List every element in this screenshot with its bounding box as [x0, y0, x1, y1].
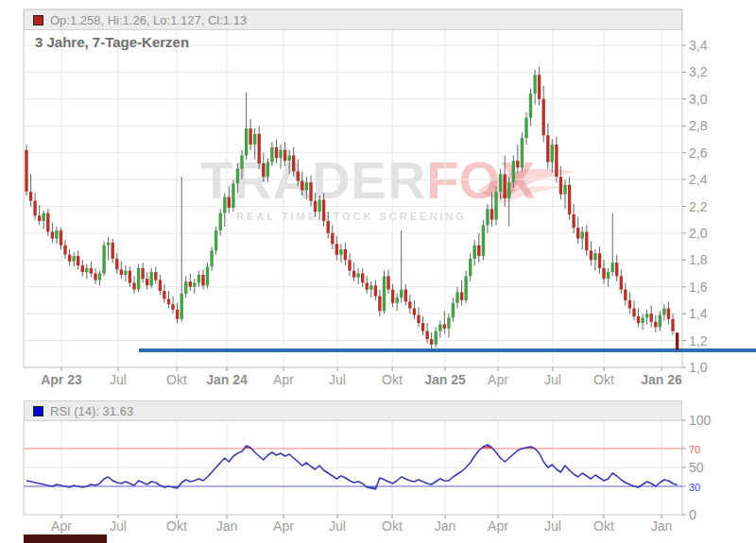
candle [524, 118, 527, 138]
candle [521, 138, 524, 167]
ohlc-legend-bar: Op:1.258, Hi:1.26, Lo:1.127, Cl:1.13 [24, 9, 682, 30]
candle [443, 325, 446, 329]
candle [180, 294, 183, 319]
x-tick-label: Jul [544, 372, 561, 387]
candle [176, 310, 179, 319]
rsi-x-tick-label: Okt [382, 518, 403, 534]
candle [551, 144, 554, 162]
x-tick-label: Okt [166, 372, 187, 387]
rsi-y-tick-label: 30 [689, 482, 700, 493]
candle [378, 297, 381, 312]
candle [327, 221, 330, 233]
candle [628, 300, 631, 309]
candle [33, 201, 36, 216]
candle [408, 301, 411, 308]
candle [482, 225, 485, 256]
candle [163, 291, 165, 299]
candle [228, 197, 231, 208]
candle [25, 150, 27, 192]
candle [129, 271, 131, 283]
candle [659, 315, 662, 328]
x-tick-label: Okt [593, 372, 614, 387]
rsi-y-tick-label: 100 [689, 413, 712, 428]
candle [102, 246, 105, 274]
candle [593, 253, 596, 260]
price-rsi-chart-canvas[interactable]: 3,43,23,02,82,62,42,22,01,81,61,41,21,0A… [0, 0, 756, 543]
candle [417, 315, 420, 324]
candle [455, 292, 458, 302]
candle [615, 263, 618, 276]
candle [275, 147, 278, 158]
candle [581, 232, 584, 239]
candle [253, 134, 256, 144]
x-tick-label: Okt [382, 372, 403, 387]
candle [460, 292, 463, 300]
candle [430, 339, 433, 345]
candle [219, 213, 222, 231]
candle [223, 197, 226, 213]
candle [374, 285, 377, 296]
candle [676, 332, 679, 349]
candle [81, 265, 84, 272]
candle [184, 281, 187, 294]
candle [512, 161, 515, 182]
candle [90, 268, 93, 274]
candle [425, 331, 428, 340]
candle [124, 271, 127, 275]
candle [447, 317, 450, 328]
candle [585, 232, 588, 251]
candle [611, 263, 614, 272]
rsi-x-tick-label: Jul [110, 518, 127, 534]
candle [249, 128, 251, 144]
candle [46, 213, 49, 232]
candle [154, 272, 157, 280]
candle [504, 174, 507, 198]
candle [193, 283, 196, 287]
candle [542, 99, 545, 135]
candle [464, 276, 467, 300]
candle [51, 232, 54, 239]
y-tick-label: 3,4 [689, 38, 708, 53]
candle [344, 249, 347, 260]
candle [348, 260, 351, 270]
traderfox-logo [24, 535, 107, 543]
candle [667, 309, 670, 319]
candle [516, 161, 519, 167]
candle [301, 181, 303, 191]
candle [284, 150, 286, 161]
candle [356, 274, 359, 278]
candle [98, 274, 101, 280]
candle [662, 309, 665, 315]
x-tick-label: Jul [110, 372, 127, 387]
candle [400, 290, 403, 298]
candlestick-series-icon [33, 15, 43, 25]
candle [240, 156, 243, 169]
candle [598, 253, 601, 268]
rsi-y-tick-label: 0 [689, 507, 696, 522]
candle [159, 280, 162, 291]
candle [671, 319, 674, 331]
rsi-y-tick-label: 70 [689, 444, 700, 455]
rsi-series-icon [33, 406, 43, 416]
candle [563, 185, 566, 195]
candle [60, 230, 62, 246]
candle [120, 269, 123, 275]
candle [236, 169, 239, 184]
candle [206, 266, 209, 285]
rsi-x-tick-label: Jan [435, 518, 456, 534]
y-tick-label: 2,6 [689, 145, 708, 161]
candle [38, 215, 41, 221]
candle [141, 268, 144, 279]
candle [641, 317, 644, 323]
rsi-overbought-fill [26, 445, 678, 515]
candle [55, 230, 58, 239]
y-tick-label: 2,0 [689, 226, 708, 241]
candle [490, 209, 493, 219]
candle [438, 325, 441, 331]
rsi-x-tick-label: Jul [329, 518, 346, 534]
candle [533, 75, 536, 93]
candle [245, 128, 248, 155]
candle [270, 147, 273, 162]
candle [215, 230, 217, 250]
ohlc-legend-text: Op:1.258, Hi:1.26, Lo:1.127, Cl:1.13 [50, 13, 247, 27]
